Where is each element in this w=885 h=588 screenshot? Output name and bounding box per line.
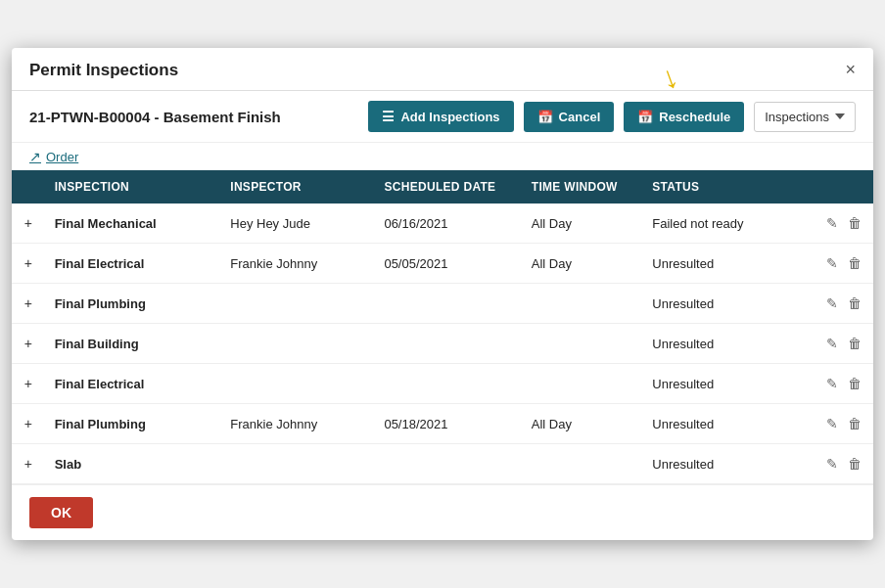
time-window-cell-3 [522,324,642,364]
add-inspections-button[interactable]: ☰ Add Inspections [368,101,513,132]
table-row: + Final Plumbing Unresulted ✎ 🗑 [12,284,873,324]
chevron-down-icon [835,113,845,119]
inspector-cell-3 [220,324,374,364]
plus-icon-1[interactable]: + [24,255,32,271]
ok-button[interactable]: OK [29,497,93,528]
table-row: + Final Building Unresulted ✎ 🗑 [12,324,873,364]
inspection-name-cell-5: Final Plumbing [45,404,221,444]
inspector-cell-0: Hey Hey Jude [220,204,374,244]
status-cell-5: Unresulted [642,404,807,444]
inspection-name-cell-6: Slab [45,444,221,484]
delete-button-5[interactable]: 🗑 [846,414,863,433]
edit-button-2[interactable]: ✎ [824,294,840,313]
edit-button-4[interactable]: ✎ [824,374,840,393]
modal-header: Permit Inspections × [12,48,873,91]
inspection-name-6: Slab [55,457,81,472]
col-header-expand [12,170,45,204]
permit-id: 21-PTWN-B00004 - Basement Finish [29,109,358,125]
cancel-label: Cancel [559,110,601,124]
delete-button-0[interactable]: 🗑 [846,213,863,233]
inspection-name-cell-2: Final Plumbing [45,284,221,324]
table-row: + Final Electrical Frankie Johnny 05/05/… [12,244,873,284]
plus-icon-4[interactable]: + [24,376,32,391]
inspector-cell-1: Frankie Johnny [220,244,374,284]
expand-cell-6: + [12,444,45,484]
actions-cell-0: ✎ 🗑 [808,204,873,244]
time-window-cell-0: All Day [522,204,642,244]
inspections-dropdown[interactable]: Inspections [754,102,856,132]
delete-button-1[interactable]: 🗑 [846,253,863,273]
scheduled-date-cell-4 [374,364,521,404]
inspector-cell-2 [220,284,374,324]
scheduled-date-cell-6 [374,444,521,484]
plus-icon-6[interactable]: + [24,456,32,472]
table-row: + Final Plumbing Frankie Johnny 05/18/20… [12,404,873,444]
plus-icon-5[interactable]: + [24,416,32,431]
inspections-dropdown-label: Inspections [765,110,829,124]
expand-cell-2: + [12,284,45,324]
expand-cell-0: + [12,204,45,244]
inspections-table: INSPECTION INSPECTOR SCHEDULED DATE TIME… [12,170,873,484]
edit-button-1[interactable]: ✎ [824,253,840,273]
col-header-actions [808,170,873,204]
expand-cell-5: + [12,404,45,444]
actions-cell-5: ✎ 🗑 [808,404,873,444]
delete-button-4[interactable]: 🗑 [846,374,863,393]
expand-cell-4: + [12,364,45,404]
scheduled-date-cell-5: 05/18/2021 [374,404,521,444]
expand-cell-1: + [12,244,45,284]
scheduled-date-cell-3 [374,324,521,364]
table-row: + Slab Unresulted ✎ 🗑 [12,444,873,484]
status-cell-4: Unresulted [642,364,807,404]
status-cell-3: Unresulted [642,324,807,364]
inspector-cell-5: Frankie Johnny [220,404,374,444]
order-link[interactable]: ↗ Order [12,143,873,170]
scheduled-date-cell-2 [374,284,521,324]
delete-button-3[interactable]: 🗑 [846,334,863,353]
permit-inspections-modal: ↓ Permit Inspections × 21-PTWN-B00004 - … [12,48,873,540]
time-window-cell-5: All Day [522,404,642,444]
time-window-cell-2 [522,284,642,324]
inspection-name-3: Final Building [55,337,139,351]
time-window-cell-6 [522,444,642,484]
modal-title: Permit Inspections [29,61,178,80]
col-header-status: STATUS [642,170,807,204]
actions-cell-2: ✎ 🗑 [808,284,873,324]
order-icon: ↗ [29,149,41,164]
inspection-name-0: Final Mechanical [55,216,157,231]
order-label: Order [46,150,78,164]
table-row: + Final Mechanical Hey Hey Jude 06/16/20… [12,204,873,244]
inspector-cell-4 [220,364,374,404]
list-icon: ☰ [382,109,395,124]
plus-icon-2[interactable]: + [24,295,32,311]
edit-button-5[interactable]: ✎ [824,414,840,433]
actions-cell-6: ✎ 🗑 [808,444,873,484]
col-header-inspector: INSPECTOR [220,170,374,204]
add-inspections-label: Add Inspections [400,110,499,124]
edit-button-3[interactable]: ✎ [824,334,840,353]
inspection-name-4: Final Electrical [55,377,145,391]
actions-cell-1: ✎ 🗑 [808,244,873,284]
plus-icon-3[interactable]: + [24,336,32,351]
modal-toolbar: 21-PTWN-B00004 - Basement Finish ☰ Add I… [12,91,873,143]
inspection-name-cell-4: Final Electrical [45,364,221,404]
status-cell-6: Unresulted [642,444,807,484]
expand-cell-3: + [12,324,45,364]
calendar-icon-reschedule: 📅 [637,110,653,124]
cancel-button[interactable]: 📅 Cancel [524,102,615,132]
inspections-table-container: INSPECTION INSPECTOR SCHEDULED DATE TIME… [12,170,873,484]
col-header-inspection: INSPECTION [45,170,221,204]
modal-footer: OK [12,484,873,540]
reschedule-button[interactable]: 📅 Reschedule [624,102,744,132]
close-button[interactable]: × [845,60,856,80]
edit-button-0[interactable]: ✎ [824,213,840,233]
delete-button-6[interactable]: 🗑 [846,454,863,474]
status-cell-2: Unresulted [642,284,807,324]
edit-button-6[interactable]: ✎ [824,454,840,474]
time-window-cell-1: All Day [522,244,642,284]
inspector-cell-6 [220,444,374,484]
plus-icon-0[interactable]: + [24,215,32,231]
reschedule-label: Reschedule [659,110,730,124]
delete-button-2[interactable]: 🗑 [846,294,863,313]
inspection-name-cell-1: Final Electrical [45,244,221,284]
